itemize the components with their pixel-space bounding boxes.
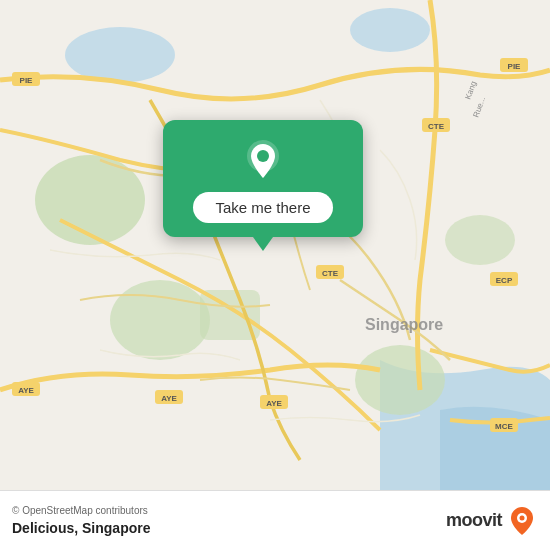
moovit-text: moovit [446,510,502,531]
location-pin-icon [241,138,285,182]
svg-text:CTE: CTE [322,269,339,278]
svg-text:MCE: MCE [495,422,513,431]
bottom-bar: © OpenStreetMap contributors Delicious, … [0,490,550,550]
moovit-logo: moovit [446,505,538,537]
popup-card[interactable]: Take me there [163,120,363,237]
svg-point-6 [445,215,515,265]
osm-attribution: © OpenStreetMap contributors [12,505,150,516]
svg-text:AYE: AYE [18,386,34,395]
location-label: Delicious, Singapore [12,520,150,536]
svg-text:PIE: PIE [20,76,34,85]
svg-text:ECP: ECP [496,276,513,285]
svg-point-2 [350,8,430,52]
svg-point-4 [110,280,210,360]
svg-point-32 [520,515,525,520]
svg-point-5 [355,345,445,415]
take-me-there-button[interactable]: Take me there [193,192,332,223]
moovit-logo-icon [506,505,538,537]
svg-text:AYE: AYE [161,394,177,403]
map-svg: PIE CTE CTE AYE AYE AYE ECP MCE PIE Kang… [0,0,550,490]
svg-text:Singapore: Singapore [365,316,443,333]
bottom-left-info: © OpenStreetMap contributors Delicious, … [12,505,150,536]
svg-text:AYE: AYE [266,399,282,408]
svg-text:PIE: PIE [508,62,522,71]
svg-text:CTE: CTE [428,122,445,131]
map-container: PIE CTE CTE AYE AYE AYE ECP MCE PIE Kang… [0,0,550,490]
svg-point-30 [257,150,269,162]
svg-point-1 [65,27,175,83]
